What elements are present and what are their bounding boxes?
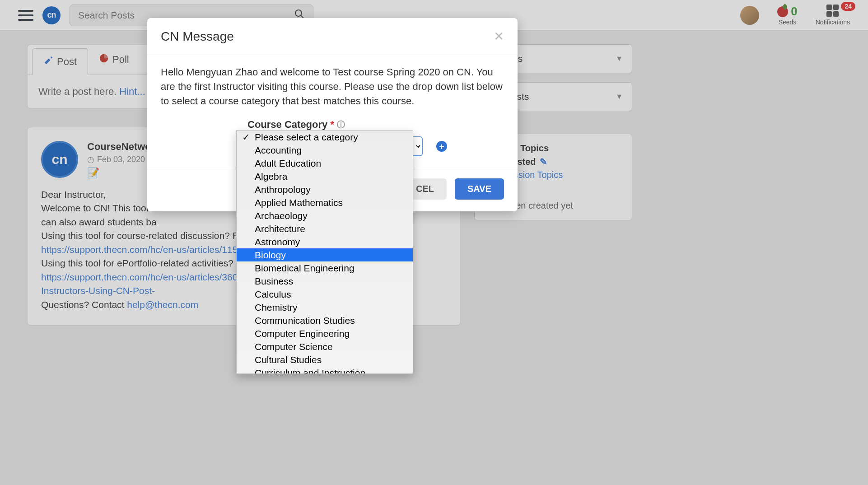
category-option[interactable]: Computer Science [237, 340, 413, 353]
category-option[interactable]: Applied Mathematics [237, 196, 413, 209]
category-option[interactable]: Please select a category [237, 131, 413, 144]
category-label: Course Category * ⓘ [247, 117, 345, 132]
category-option[interactable]: Cultural Studies [237, 353, 413, 366]
category-option[interactable]: Architecture [237, 222, 413, 235]
modal-message: Hello Mengyuan Zhao and welcome to Test … [161, 65, 504, 108]
category-option[interactable]: Computer Engineering [237, 327, 413, 340]
category-option[interactable]: Business [237, 275, 413, 288]
add-category-button[interactable]: ＋ [436, 141, 447, 152]
category-option[interactable]: Archaeology [237, 209, 413, 222]
category-option[interactable]: Biomedical Engineering [237, 261, 413, 275]
category-option[interactable]: Algebra [237, 170, 413, 183]
category-option[interactable]: Anthropology [237, 183, 413, 196]
category-option[interactable]: Chemistry [237, 301, 413, 314]
category-option[interactable]: Calculus [237, 288, 413, 301]
category-option[interactable]: Curriculum and Instruction [237, 366, 413, 374]
category-option[interactable]: Biology [237, 248, 413, 261]
category-options-list: Please select a categoryAccountingAdult … [236, 130, 413, 374]
save-button[interactable]: SAVE [455, 178, 504, 200]
close-icon[interactable]: ✕ [494, 29, 504, 44]
info-icon[interactable]: ⓘ [337, 119, 345, 131]
category-option[interactable]: Adult Education [237, 157, 413, 170]
modal-header: CN Message ✕ [147, 18, 518, 55]
modal-title: CN Message [161, 29, 234, 44]
category-option[interactable]: Accounting [237, 144, 413, 157]
required-asterisk: * [330, 117, 334, 132]
category-option[interactable]: Communication Studies [237, 314, 413, 327]
category-option[interactable]: Astronomy [237, 235, 413, 248]
